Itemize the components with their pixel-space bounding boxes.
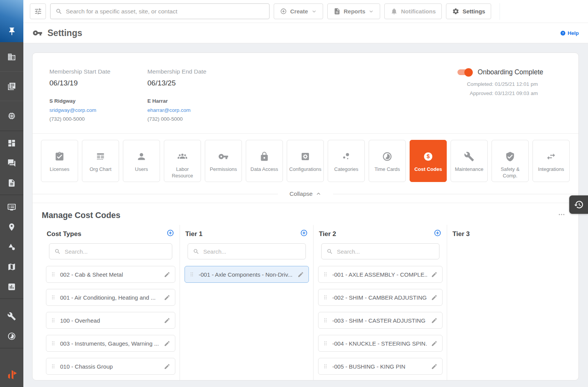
sidebar-item-shapes[interactable]	[0, 237, 23, 257]
edit-pencil-icon[interactable]	[297, 271, 304, 278]
drag-handle-icon[interactable]	[322, 340, 328, 346]
drag-handle-icon[interactable]	[322, 294, 328, 300]
drag-handle-icon[interactable]	[50, 363, 56, 369]
sidebar-item-map[interactable]	[0, 257, 23, 277]
cost-code-item[interactable]: -002 - SHIM - CAMBER ADJUSTING	[318, 289, 443, 306]
cost-code-item[interactable]: 001 - Air Conditioning, Heating and ...	[46, 289, 175, 306]
sidebar-item-wrench[interactable]	[0, 306, 23, 326]
location-pin-icon	[7, 223, 16, 231]
tab-org-chart[interactable]: Org Chart	[82, 140, 119, 182]
edit-pencil-icon[interactable]	[164, 340, 170, 347]
tab-licenses[interactable]: Licenses	[41, 140, 78, 182]
page-title: Settings	[47, 28, 82, 38]
notifications-button[interactable]: Notifications	[384, 3, 442, 19]
sidebar-pinned-section[interactable]	[0, 0, 23, 42]
cost-code-item[interactable]: -003 - SHIM - CASTER ADJUSTING	[318, 312, 443, 329]
edit-pencil-icon[interactable]	[431, 340, 438, 347]
more-options-button[interactable]	[558, 211, 565, 220]
edit-pencil-icon[interactable]	[164, 294, 170, 301]
edit-pencil-icon[interactable]	[431, 363, 438, 370]
create-button[interactable]: Create	[274, 3, 323, 19]
topbar: Create Reports Notifications Settings	[23, 0, 588, 23]
sidebar-item-location-pin[interactable]	[0, 217, 23, 237]
add-tier-1-button[interactable]	[300, 229, 308, 239]
global-search-input[interactable]	[66, 8, 264, 15]
app-logo[interactable]	[0, 362, 23, 387]
filter-button[interactable]	[30, 3, 46, 19]
sidebar-item-document[interactable]	[0, 173, 23, 193]
tab-data-access[interactable]: Data Access	[246, 140, 283, 182]
settings-button-label: Settings	[462, 8, 485, 15]
sidebar	[0, 0, 23, 387]
membership-end-label: Membership End Date	[147, 68, 245, 75]
sidebar-item-clock-half[interactable]	[0, 326, 23, 346]
edit-pencil-icon[interactable]	[164, 271, 170, 278]
add-cost-types-button[interactable]	[166, 229, 175, 239]
tab-safety-comp[interactable]: Safety & Comp.	[492, 140, 529, 182]
tab-time-cards[interactable]: Time Cards	[369, 140, 406, 182]
column-header: Tier 3	[452, 226, 574, 242]
sidebar-item-news[interactable]	[0, 72, 23, 101]
tab-users[interactable]: Users	[123, 140, 160, 182]
org-chart-icon	[95, 150, 106, 162]
sidebar-nav	[0, 42, 23, 348]
sidebar-item-dashboard[interactable]	[0, 133, 23, 153]
column-search-input[interactable]	[337, 248, 434, 255]
tab-maintenance[interactable]: Maintenance	[451, 140, 488, 182]
cost-code-item-label: -005 - BUSHING - KING PIN	[332, 363, 427, 370]
column-search-input[interactable]	[65, 248, 167, 255]
edit-pencil-icon[interactable]	[164, 363, 170, 370]
cost-code-item[interactable]: -001 - Axle Components - Non-Driv...	[185, 266, 309, 283]
cost-code-item[interactable]: 003 - Instruments, Gauges, Warning ...	[46, 335, 175, 352]
drag-handle-icon[interactable]	[189, 271, 195, 277]
cost-code-item[interactable]: 002 - Cab & Sheet Metal	[46, 266, 175, 283]
bubbles-icon	[341, 150, 351, 162]
cost-code-item[interactable]: 100 - Overhead	[46, 312, 175, 329]
collapse-label: Collapse	[289, 190, 312, 197]
contact-email-link[interactable]: sridgway@corp.com	[49, 107, 147, 113]
onboarding-label: Onboarding Complete	[478, 68, 543, 76]
cost-code-item[interactable]: -001 - AXLE ASSEMBLY - COMPLE...	[318, 266, 443, 283]
tab-configurations[interactable]: Configurations	[287, 140, 324, 182]
reports-button[interactable]: Reports	[327, 3, 381, 19]
contact-email-link[interactable]: eharrar@corp.com	[147, 107, 245, 113]
sidebar-item-bar-chart[interactable]	[0, 277, 23, 297]
collapse-button[interactable]: Collapse	[289, 190, 321, 197]
edit-pencil-icon[interactable]	[431, 317, 438, 324]
tab-labor-resource[interactable]: Labor Resource	[164, 140, 201, 182]
onboarding-toggle[interactable]	[457, 69, 472, 75]
drag-handle-icon[interactable]	[50, 340, 56, 346]
edit-pencil-icon[interactable]	[431, 294, 438, 301]
plus-circle-icon	[280, 8, 287, 15]
drag-handle-icon[interactable]	[50, 271, 56, 277]
cost-code-item[interactable]: -005 - BUSHING - KING PIN	[318, 358, 443, 375]
cost-code-item[interactable]: -004 - KNUCKLE - STEERING SPIN...	[318, 335, 443, 352]
column-title: Tier 1	[185, 230, 203, 238]
cost-code-item[interactable]: 010 - Chassis Group	[46, 358, 175, 375]
tab-categories[interactable]: Categories	[328, 140, 365, 182]
tab-integrations[interactable]: Integrations	[532, 140, 570, 182]
drag-handle-icon[interactable]	[322, 271, 328, 277]
cost-code-item-label: -004 - KNUCKLE - STEERING SPIN...	[332, 340, 427, 347]
drag-handle-icon[interactable]	[50, 294, 56, 300]
help-link[interactable]: ? Help	[560, 30, 579, 36]
cost-code-column-cost-types: Cost Types002 - Cab & Sheet Metal001 - A…	[41, 225, 180, 380]
tab-permissions[interactable]: Permissions	[205, 140, 242, 182]
add-tier-2-button[interactable]	[433, 229, 442, 239]
sidebar-item-chat[interactable]	[0, 153, 23, 173]
pushpin-icon	[7, 27, 16, 36]
edit-pencil-icon[interactable]	[431, 271, 438, 278]
drag-handle-icon[interactable]	[322, 317, 328, 323]
tab-label: Maintenance	[453, 166, 485, 173]
sidebar-item-chip[interactable]	[0, 101, 23, 131]
column-search-input[interactable]	[203, 248, 301, 255]
sidebar-item-board[interactable]	[0, 197, 23, 217]
settings-button[interactable]: Settings	[446, 3, 491, 19]
drag-handle-icon[interactable]	[322, 363, 328, 369]
edit-pencil-icon[interactable]	[164, 317, 170, 324]
history-fab-button[interactable]	[569, 195, 588, 214]
sidebar-item-building[interactable]	[0, 42, 23, 72]
drag-handle-icon[interactable]	[50, 317, 56, 323]
tab-cost-codes[interactable]: $Cost Codes	[410, 140, 447, 182]
global-search	[50, 3, 270, 19]
